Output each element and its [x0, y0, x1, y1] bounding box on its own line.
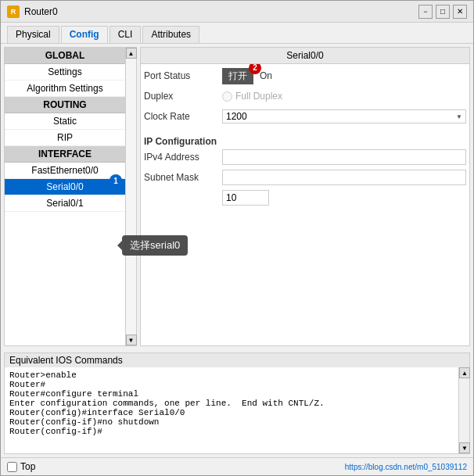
footer-checkbox-area: Top — [7, 461, 35, 472]
ipv4-input[interactable] — [222, 149, 466, 165]
serial0-tooltip: 选择serial0 — [122, 235, 188, 256]
full-duplex-label: Full Duplex — [235, 91, 282, 102]
title-bar-left: R Router0 — [7, 5, 58, 18]
metric-row — [144, 189, 466, 206]
minimize-button[interactable]: － — [418, 5, 433, 19]
footer-bar: Top https://blog.csdn.net/m0_51039112 — [1, 457, 473, 475]
scroll-track — [126, 59, 136, 335]
ios-scroll-up[interactable]: ▲ — [459, 367, 470, 378]
sidebar-item-serial00[interactable]: Serial0/0 1 — [5, 179, 125, 195]
ipv4-row: IPv4 Address — [144, 149, 466, 166]
duplex-row: Duplex Full Duplex — [144, 88, 466, 105]
ipv4-value-area — [222, 149, 466, 165]
ios-scrollbar: ▲ ▼ — [458, 367, 469, 453]
port-status-value: 打开 2 On — [222, 68, 466, 84]
ios-line-1: Router# — [9, 380, 457, 389]
ios-line-2: Router#configure terminal — [9, 389, 457, 399]
main-window: R Router0 － □ ✕ Physical Config CLI Attr… — [0, 0, 474, 476]
panel-title: Serial0/0 — [141, 48, 469, 64]
scroll-up-arrow[interactable]: ▲ — [126, 48, 137, 59]
top-checkbox[interactable] — [7, 462, 17, 472]
ip-config-label: IP Configuration — [144, 136, 466, 147]
duplex-label: Duplex — [144, 91, 222, 102]
port-status-row: Port Status 打开 2 On — [144, 67, 466, 84]
window-controls: － □ ✕ — [418, 5, 467, 19]
main-content: GLOBAL Settings Algorithm Settings ROUTI… — [1, 44, 473, 349]
sidebar-scrollbar: ▲ ▼ — [125, 48, 136, 345]
close-button[interactable]: ✕ — [453, 5, 467, 19]
sidebar-item-serial01[interactable]: Serial0/1 — [5, 195, 125, 212]
footer-link[interactable]: https://blog.csdn.net/m0_51039112 — [345, 463, 467, 471]
subnet-row: Subnet Mask — [144, 169, 466, 186]
clock-rate-row: Clock Rate 1200 ▼ — [144, 108, 466, 125]
port-status-label: Port Status — [144, 70, 222, 81]
tab-bar: Physical Config CLI Attributes — [1, 23, 473, 44]
svg-text:R: R — [11, 8, 16, 16]
subnet-input[interactable] — [222, 170, 466, 185]
open-button[interactable]: 打开 2 — [222, 68, 253, 84]
subnet-value-area — [222, 170, 466, 185]
ios-scroll-down[interactable]: ▼ — [459, 442, 470, 453]
ios-content: Router>enable Router# Router#configure t… — [5, 367, 469, 453]
sidebar: GLOBAL Settings Algorithm Settings ROUTI… — [4, 47, 137, 346]
window-title: Router0 — [24, 6, 58, 17]
full-duplex-radio[interactable] — [222, 91, 232, 102]
ios-line-5: Router(config-if)#no shutdown — [9, 417, 457, 427]
sidebar-item-settings[interactable]: Settings — [5, 64, 125, 81]
tab-config[interactable]: Config — [61, 26, 108, 43]
clock-rate-label: Clock Rate — [144, 111, 222, 122]
right-panel: Serial0/0 Port Status 打开 2 On Duplex — [140, 47, 470, 346]
clock-rate-arrow: ▼ — [456, 113, 462, 120]
section-header-routing: ROUTING — [5, 97, 125, 113]
metric-input[interactable] — [222, 190, 269, 206]
ios-line-4: Router(config)#interface Serial0/0 — [9, 408, 457, 417]
duplex-radio-group: Full Duplex — [222, 91, 282, 102]
ios-scroll-track — [459, 378, 469, 442]
divider — [144, 128, 466, 131]
clock-rate-value-area: 1200 ▼ — [222, 109, 466, 123]
duplex-value: Full Duplex — [222, 91, 466, 102]
panel-content: Port Status 打开 2 On Duplex — [141, 64, 469, 345]
section-header-global: GLOBAL — [5, 48, 125, 64]
serial00-badge: 1 — [110, 174, 122, 187]
ios-header: Equivalent IOS Commands — [5, 353, 469, 367]
maximize-button[interactable]: □ — [436, 5, 450, 19]
bottom-section: Equivalent IOS Commands Router>enable Ro… — [1, 349, 473, 457]
scroll-down-arrow[interactable]: ▼ — [126, 335, 137, 345]
ios-line-0: Router>enable — [9, 370, 457, 380]
clock-rate-text: 1200 — [226, 111, 247, 122]
ios-line-3: Enter configuration commands, one per li… — [9, 399, 457, 408]
open-badge: 2 — [249, 64, 261, 74]
tab-attributes[interactable]: Attributes — [142, 26, 199, 43]
app-icon: R — [7, 5, 20, 18]
ios-section: Equivalent IOS Commands Router>enable Ro… — [4, 353, 470, 454]
sidebar-item-rip[interactable]: RIP — [5, 130, 125, 146]
top-label: Top — [20, 461, 35, 472]
title-bar: R Router0 － □ ✕ — [1, 1, 473, 23]
clock-rate-select[interactable]: 1200 ▼ — [222, 109, 466, 123]
section-header-interface: INTERFACE — [5, 146, 125, 163]
on-label: On — [260, 70, 272, 81]
ipv4-label: IPv4 Address — [144, 152, 222, 163]
tab-cli[interactable]: CLI — [110, 26, 142, 43]
tab-physical[interactable]: Physical — [7, 26, 59, 43]
subnet-label: Subnet Mask — [144, 172, 222, 183]
sidebar-item-algorithm-settings[interactable]: Algorithm Settings — [5, 81, 125, 97]
sidebar-item-static[interactable]: Static — [5, 113, 125, 130]
sidebar-items: GLOBAL Settings Algorithm Settings ROUTI… — [5, 48, 125, 345]
ios-line-6: Router(config-if)# — [9, 427, 457, 436]
sidebar-item-fastethernet00[interactable]: FastEthernet0/0 — [5, 163, 125, 179]
metric-value-area — [222, 190, 466, 206]
